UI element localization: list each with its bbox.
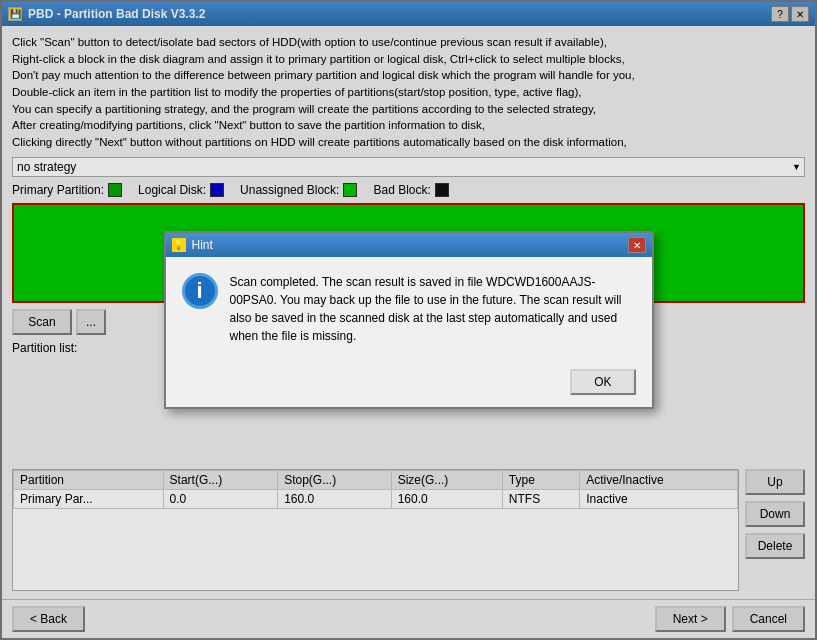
dialog-info-icon: i — [182, 273, 218, 309]
dialog-title-bar: 💡 Hint ✕ — [166, 233, 652, 257]
dialog-icon: 💡 — [172, 238, 186, 252]
dialog-footer: OK — [166, 361, 652, 407]
dialog-body: i Scan completed. The scan result is sav… — [166, 257, 652, 361]
hint-dialog: 💡 Hint ✕ i Scan completed. The scan resu… — [164, 231, 654, 409]
ok-button[interactable]: OK — [570, 369, 635, 395]
dialog-title: Hint — [192, 238, 213, 252]
modal-overlay: 💡 Hint ✕ i Scan completed. The scan resu… — [0, 0, 817, 640]
dialog-message: Scan completed. The scan result is saved… — [230, 273, 636, 345]
dialog-close-button[interactable]: ✕ — [628, 237, 646, 253]
